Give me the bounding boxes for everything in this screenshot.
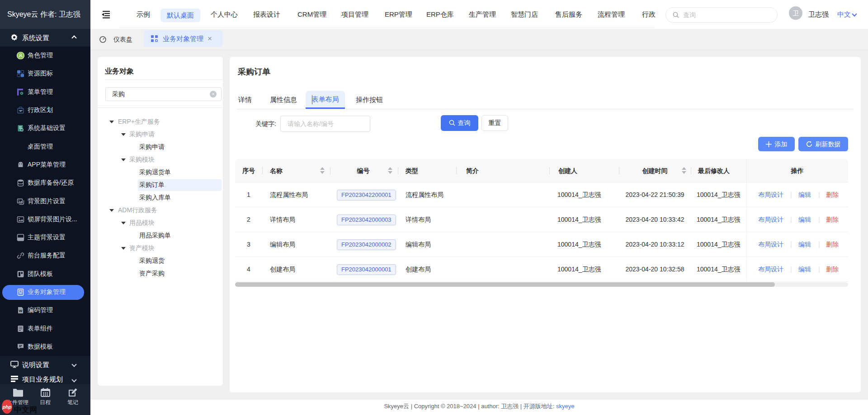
svg-text:W: W	[19, 309, 23, 313]
svg-text:php: php	[2, 404, 11, 410]
svg-text:中文网: 中文网	[14, 406, 37, 414]
